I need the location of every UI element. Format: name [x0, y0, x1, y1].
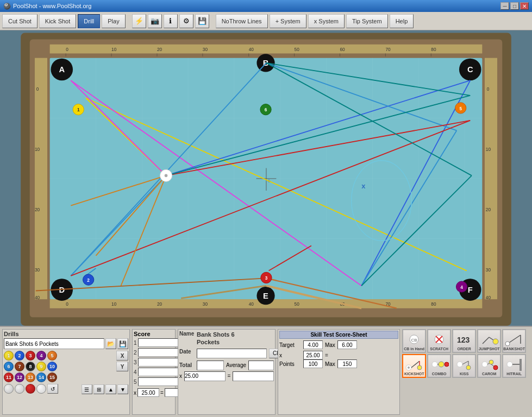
shottype-kiss[interactable]: KISS: [452, 354, 476, 378]
refresh-button[interactable]: ↺: [47, 384, 58, 394]
ball-10-btn[interactable]: 10: [47, 362, 57, 371]
plus-system-button[interactable]: + System: [270, 14, 306, 28]
ball-14-btn[interactable]: 14: [36, 372, 46, 382]
play-button[interactable]: Play: [102, 14, 125, 28]
pocket-label-A: A: [59, 65, 65, 74]
settings-icon-button[interactable]: ⚙: [179, 14, 193, 28]
shottype-row-2: KICKSHOT COMBO: [402, 354, 530, 378]
svg-text:10: 10: [35, 147, 40, 152]
drills-save-button[interactable]: 💾: [117, 338, 128, 349]
shottype-carom[interactable]: CAROM: [477, 354, 501, 378]
shottype-combo[interactable]: COMBO: [427, 354, 451, 378]
ball-8-btn[interactable]: 8: [26, 362, 35, 371]
ball-6-btn[interactable]: 6: [4, 362, 14, 371]
scratch-label: SCRATCH: [430, 347, 448, 351]
close-button[interactable]: ✕: [520, 2, 529, 10]
ball-5-btn[interactable]: 5: [47, 351, 57, 361]
pool-table-container[interactable]: + 0 10 20 30 40 50 60 70 80: [0, 30, 532, 326]
minimize-button[interactable]: ─: [500, 2, 509, 10]
combo-label: COMBO: [432, 372, 447, 376]
order-icon: 123: [454, 332, 474, 347]
svg-point-117: [466, 365, 471, 370]
bottom-panel: Drills 📂 💾 1 2 3 4 5 X 6 7: [0, 326, 532, 417]
svg-point-114: [457, 362, 462, 367]
date-input[interactable]: [197, 349, 267, 358]
score-x-row: x =: [134, 388, 174, 397]
svg-text:20: 20: [157, 301, 162, 307]
svg-text:70: 70: [385, 47, 391, 52]
grid-icon-button[interactable]: ⊞: [93, 384, 104, 394]
svg-point-109: [417, 365, 422, 370]
help-button[interactable]: Help: [390, 14, 414, 28]
ball-7-btn[interactable]: 7: [15, 362, 24, 371]
svg-point-120: [489, 360, 493, 364]
ball-2-btn[interactable]: 2: [15, 351, 24, 361]
skill-x-input[interactable]: [303, 351, 323, 359]
power-icon-button[interactable]: ⚡: [132, 14, 146, 28]
shottype-jumpshot[interactable]: JUMPSHOT: [477, 329, 501, 353]
list-icon-button[interactable]: ☰: [82, 384, 92, 394]
cbinhand-icon: CB: [404, 332, 424, 347]
drills-name-input[interactable]: [4, 338, 104, 349]
ball-12-btn[interactable]: 12: [15, 372, 24, 382]
skill-x-row: x =: [279, 351, 398, 359]
pool-table-svg[interactable]: + 0 10 20 30 40 50 60 70 80: [0, 30, 532, 326]
shottype-hitrail[interactable]: HITRAIL: [502, 354, 526, 378]
ball-3-btn[interactable]: 3: [26, 351, 35, 361]
shottype-scratch[interactable]: SCRATCH: [427, 329, 451, 353]
score-num-1: 1: [134, 340, 137, 346]
arrow-down-button[interactable]: ▼: [117, 384, 128, 394]
ball-9-btn[interactable]: 9: [36, 362, 46, 371]
target-label: Target: [279, 342, 301, 348]
ball-1-btn[interactable]: 1: [4, 351, 14, 361]
name-label: Name: [179, 331, 195, 337]
ball-x-button[interactable]: X: [116, 351, 128, 361]
svg-text:5: 5: [459, 106, 462, 111]
info-icon-button[interactable]: ℹ: [164, 14, 178, 28]
save-icon-button[interactable]: 💾: [195, 14, 209, 28]
points-input[interactable]: [303, 359, 323, 368]
svg-line-115: [462, 361, 468, 364]
balls-row-3: 11 12 13 14 15: [4, 372, 128, 382]
stripe-ball-btn[interactable]: [15, 384, 24, 394]
ball-15-btn[interactable]: 15: [47, 372, 57, 382]
ball-11-btn[interactable]: 11: [4, 372, 14, 382]
svg-text:80: 80: [431, 301, 436, 307]
result-input[interactable]: [233, 371, 274, 381]
total-input[interactable]: [197, 361, 224, 370]
shottype-cbinhand[interactable]: CB CB in Hand: [402, 329, 426, 353]
bottom-icon-row: ☰ ⊞ ▲ ▼: [82, 384, 128, 394]
ball-4-btn[interactable]: 4: [36, 351, 46, 361]
pocket-label-D: D: [59, 286, 65, 294]
drills-open-button[interactable]: 📂: [105, 338, 116, 349]
kickshot-icon: [404, 357, 424, 372]
cut-shot-button[interactable]: Cut Shot: [2, 14, 37, 28]
points-max-input[interactable]: [337, 359, 357, 368]
solid-ball-btn[interactable]: [4, 384, 14, 394]
shottype-order[interactable]: 123 ORDER: [452, 329, 476, 353]
average-input[interactable]: [248, 361, 274, 370]
svg-text:30: 30: [203, 301, 208, 307]
svg-text:10: 10: [111, 301, 117, 307]
x-system-button[interactable]: x System: [308, 14, 345, 28]
kick-shot-button[interactable]: Kick Shot: [39, 14, 76, 28]
score-num-2: 2: [134, 350, 137, 356]
x-input[interactable]: [184, 371, 226, 381]
camera-icon-button[interactable]: 📷: [148, 14, 162, 28]
arrow-up-button[interactable]: ▲: [105, 384, 116, 394]
maximize-button[interactable]: □: [510, 2, 519, 10]
target-input[interactable]: [303, 340, 323, 349]
cue-ball-btn[interactable]: [36, 384, 46, 394]
ball-13-btn[interactable]: 13: [26, 372, 35, 382]
no-throw-lines-button[interactable]: NoThrow Lines: [216, 14, 268, 28]
tip-system-button[interactable]: Tip System: [346, 14, 388, 28]
score-x-input[interactable]: [137, 388, 159, 397]
ball-y-button[interactable]: Y: [116, 362, 128, 371]
max-input[interactable]: [337, 340, 357, 349]
drill-button[interactable]: Drill: [78, 14, 100, 28]
shottype-bankshot[interactable]: BANKSHOT: [502, 329, 526, 353]
main-area: + 0 10 20 30 40 50 60 70 80: [0, 30, 532, 417]
svg-text:0: 0: [66, 301, 68, 307]
red-ball-btn[interactable]: [26, 384, 35, 394]
shottype-kickshot[interactable]: KICKSHOT: [402, 354, 426, 378]
